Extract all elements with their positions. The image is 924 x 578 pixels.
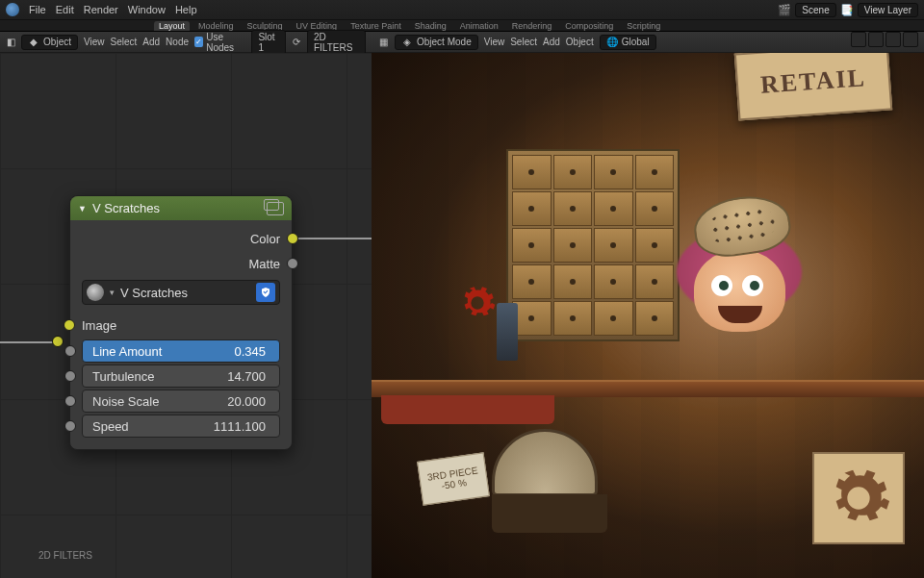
- output-color[interactable]: Color: [70, 226, 292, 251]
- object-mode-icon: ◈: [401, 37, 413, 48]
- collapse-triangle-icon[interactable]: ▼: [78, 204, 87, 214]
- viewport-pane: ▦ ◈ Object Mode View Select Add Object 🌐…: [372, 32, 924, 578]
- socket-line-amount-icon[interactable]: [64, 345, 76, 357]
- menu-window[interactable]: Window: [128, 4, 166, 15]
- workspace-tabs: Layout Modeling Sculpting UV Editing Tex…: [0, 20, 924, 32]
- prop-turbulence[interactable]: Turbulence 14.700: [82, 364, 280, 388]
- duplicate-icon[interactable]: [267, 202, 284, 215]
- shield-icon[interactable]: [256, 283, 275, 302]
- globe-icon: 🌐: [606, 37, 618, 48]
- viewport-shading-buttons: [851, 32, 918, 47]
- viewport-render[interactable]: RETAIL 3RD PIECE -50 %: [372, 53, 924, 578]
- hdr-add[interactable]: Add: [142, 37, 160, 47]
- vp-view[interactable]: View: [484, 37, 505, 47]
- socket-color-icon[interactable]: [287, 233, 298, 244]
- shading-material-button[interactable]: [886, 32, 901, 47]
- prop-speed[interactable]: Speed 1111.100: [82, 415, 280, 438]
- top-menubar: File Edit Render Window Help 🎬 Scene 📑 V…: [0, 0, 924, 20]
- node-editor-header: ◧ ◆ Object View Select Add Node ✓ Use No…: [0, 32, 372, 53]
- prop-noise-scale[interactable]: Noise Scale 20.000: [82, 390, 280, 413]
- tab-rendering[interactable]: Rendering: [507, 21, 557, 31]
- prop-line-amount[interactable]: Line Amount 0.345: [82, 339, 280, 363]
- shading-rendered-button[interactable]: [903, 32, 918, 47]
- viewlayer-field[interactable]: View Layer: [858, 3, 918, 17]
- node-wire-out: [293, 238, 372, 239]
- shading-solid-button[interactable]: [868, 32, 884, 47]
- refresh-icon[interactable]: ⟳: [292, 37, 301, 48]
- vp-object[interactable]: Object: [566, 37, 594, 47]
- scene-icon: 🎬: [778, 4, 791, 16]
- object-selector[interactable]: ◆ Object: [21, 35, 78, 50]
- node-title-label: V Scratches: [92, 201, 160, 215]
- filters-field[interactable]: 2D FILTERS: [307, 30, 366, 55]
- chevron-down-icon[interactable]: ▾: [110, 288, 115, 297]
- orientation-selector[interactable]: 🌐 Global: [600, 35, 656, 50]
- output-matte[interactable]: Matte: [70, 251, 292, 276]
- node-title-bar[interactable]: ▼ V Scratches: [70, 196, 292, 220]
- socket-speed-icon[interactable]: [64, 420, 76, 432]
- hdr-select[interactable]: Select: [111, 37, 138, 47]
- menu-help[interactable]: Help: [175, 4, 197, 15]
- input-image[interactable]: Image: [70, 313, 292, 338]
- viewlayer-icon: 📑: [840, 4, 854, 16]
- node-editor-canvas[interactable]: ▼ V Scratches Color Matte ▾: [0, 53, 372, 578]
- shading-wireframe-button[interactable]: [851, 32, 866, 47]
- blender-logo-icon[interactable]: [6, 3, 19, 16]
- menu-edit[interactable]: Edit: [56, 4, 74, 15]
- render-gear-sign: [812, 452, 905, 544]
- node-editor-pane: ◧ ◆ Object View Select Add Node ✓ Use No…: [0, 32, 372, 578]
- scene-field[interactable]: Scene: [795, 3, 835, 17]
- viewport-header: ▦ ◈ Object Mode View Select Add Object 🌐…: [372, 32, 924, 53]
- mode-selector[interactable]: ◈ Object Mode: [395, 35, 478, 50]
- tab-compositing[interactable]: Compositing: [560, 21, 618, 31]
- render-retail-sign: RETAIL: [734, 53, 892, 120]
- render-cloth: [381, 395, 554, 424]
- vp-add[interactable]: Add: [543, 37, 560, 47]
- menu-file[interactable]: File: [29, 4, 46, 15]
- editor-type-icon[interactable]: ▦: [377, 37, 389, 48]
- editor-type-icon[interactable]: ◧: [6, 37, 15, 48]
- hdr-view[interactable]: View: [84, 37, 105, 47]
- nodegroup-selector[interactable]: ▾ V Scratches: [82, 280, 280, 305]
- render-red-gear-icon: [458, 284, 497, 322]
- tab-layout[interactable]: Layout: [154, 21, 190, 31]
- node-body: Color Matte ▾ V Scratches: [70, 220, 292, 449]
- workspace: ◧ ◆ Object View Select Add Node ✓ Use No…: [0, 32, 924, 578]
- node-v-scratches[interactable]: ▼ V Scratches Color Matte ▾: [69, 195, 293, 450]
- wire-endpoint-icon: [52, 336, 64, 347]
- tab-scripting[interactable]: Scripting: [622, 21, 665, 31]
- hdr-node[interactable]: Node: [166, 37, 189, 47]
- socket-noise-scale-icon[interactable]: [64, 395, 76, 407]
- footer-label: 2D FILTERS: [38, 550, 92, 561]
- socket-matte-icon[interactable]: [287, 258, 298, 269]
- render-price-tag: 3RD PIECE -50 %: [417, 452, 490, 505]
- render-character: [636, 202, 829, 394]
- nodegroup-icon: [87, 284, 104, 301]
- tab-modeling[interactable]: Modeling: [193, 21, 239, 31]
- render-bottle: [497, 303, 518, 361]
- object-icon: ◆: [28, 37, 39, 48]
- tab-shading[interactable]: Shading: [410, 21, 451, 31]
- render-scale: [492, 429, 607, 554]
- node-wire: [0, 341, 56, 343]
- tab-animation[interactable]: Animation: [455, 21, 503, 31]
- slot-selector[interactable]: Slot 1: [251, 30, 286, 55]
- vp-select[interactable]: Select: [510, 37, 537, 47]
- socket-turbulence-icon[interactable]: [64, 370, 76, 382]
- use-nodes-toggle[interactable]: ✓ Use Nodes: [194, 32, 245, 53]
- check-icon: ✓: [194, 37, 203, 47]
- socket-image-icon[interactable]: [64, 319, 75, 331]
- menu-render[interactable]: Render: [84, 4, 118, 15]
